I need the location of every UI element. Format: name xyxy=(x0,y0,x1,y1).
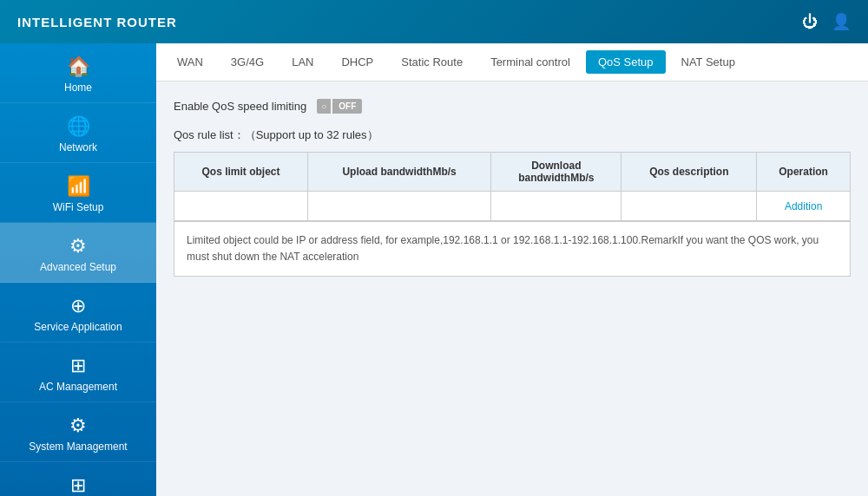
power-icon[interactable]: ⏻ xyxy=(802,13,818,31)
topbar: INTELLIGENT ROUTER ⏻ 👤 xyxy=(0,0,868,43)
home-icon: 🏠 xyxy=(67,55,90,78)
col-header-operation: Operation xyxy=(757,153,851,192)
advanced-icon: ⚙ xyxy=(69,235,87,258)
table-header-row: Qos limit object Upload bandwidthMb/s Do… xyxy=(174,153,851,192)
sidebar-item-ac-management[interactable]: ⊞ AC Management xyxy=(0,343,156,402)
tab-wan[interactable]: WAN xyxy=(165,50,215,74)
enable-qos-label: Enable QoS speed limiting xyxy=(174,100,306,113)
sidebar-label-service: Service Application xyxy=(34,321,122,333)
sidebar-label-wifi: WiFi Setup xyxy=(53,201,104,213)
cell-download xyxy=(491,192,621,221)
tab-3g4g[interactable]: 3G/4G xyxy=(219,50,276,74)
toggle-off-part: ○ xyxy=(317,99,331,114)
sidebar-label-advanced: Advanced Setup xyxy=(40,261,116,273)
sidebar-label-sysmgmt: System Management xyxy=(29,441,127,453)
cell-description xyxy=(621,192,757,221)
sidebar-item-wifi-setup[interactable]: 📶 WiFi Setup xyxy=(0,163,156,223)
remark-text: Limited object could be IP or address fi… xyxy=(187,234,819,263)
content-area: WAN 3G/4G LAN DHCP Static Route Terminal… xyxy=(156,43,868,496)
remark-box: Limited object could be IP or address fi… xyxy=(174,221,851,277)
sidebar-item-system-tools[interactable]: ⊞ System Tools xyxy=(0,462,156,496)
sysmgmt-icon: ⚙ xyxy=(69,414,87,437)
sidebar-item-service-application[interactable]: ⊕ Service Application xyxy=(0,283,156,343)
main-layout: 🏠 Home 🌐 Network 📶 WiFi Setup ⚙ Advanced… xyxy=(0,43,868,496)
table-row: Addition xyxy=(174,192,851,221)
tab-nat-setup[interactable]: NAT Setup xyxy=(669,50,747,74)
topbar-icons: ⏻ 👤 xyxy=(802,12,851,31)
sidebar-item-system-management[interactable]: ⚙ System Management xyxy=(0,402,156,462)
cell-operation: Addition xyxy=(757,192,851,221)
tab-bar: WAN 3G/4G LAN DHCP Static Route Terminal… xyxy=(156,43,868,82)
service-icon: ⊕ xyxy=(70,295,86,317)
network-icon: 🌐 xyxy=(67,115,90,138)
addition-link[interactable]: Addition xyxy=(785,200,822,212)
tab-lan[interactable]: LAN xyxy=(279,50,326,74)
sidebar-label-ac: AC Management xyxy=(39,381,117,393)
col-header-upload: Upload bandwidthMb/s xyxy=(307,153,490,192)
tab-dhcp[interactable]: DHCP xyxy=(329,50,385,74)
wifi-icon: 📶 xyxy=(67,175,90,198)
qos-rule-info: Qos rule list：（Support up to 32 rules） xyxy=(174,127,851,143)
tab-terminal-control[interactable]: Terminal control xyxy=(478,50,582,74)
sidebar-item-advanced-setup[interactable]: ⚙ Advanced Setup xyxy=(0,223,156,283)
sidebar: 🏠 Home 🌐 Network 📶 WiFi Setup ⚙ Advanced… xyxy=(0,43,156,496)
col-header-download: DownloadbandwidthMb/s xyxy=(491,153,621,192)
user-icon[interactable]: 👤 xyxy=(832,12,851,31)
app-title: INTELLIGENT ROUTER xyxy=(17,15,177,29)
sidebar-item-network[interactable]: 🌐 Network xyxy=(0,103,156,163)
sidebar-label-network: Network xyxy=(59,141,97,153)
qos-table: Qos limit object Upload bandwidthMb/s Do… xyxy=(174,152,851,221)
toggle-off-label: OFF xyxy=(332,99,362,114)
col-header-description: Qos description xyxy=(621,153,757,192)
cell-limit-object xyxy=(174,192,308,221)
sidebar-label-home: Home xyxy=(64,82,92,94)
content-body: Enable QoS speed limiting ○ OFF Qos rule… xyxy=(156,82,868,496)
cell-upload xyxy=(307,192,490,221)
tab-qos-setup[interactable]: QoS Setup xyxy=(586,50,666,74)
sidebar-item-home[interactable]: 🏠 Home xyxy=(0,43,156,103)
qos-toggle[interactable]: ○ OFF xyxy=(317,99,362,114)
enable-qos-row: Enable QoS speed limiting ○ OFF xyxy=(174,99,851,114)
tab-static-route[interactable]: Static Route xyxy=(389,50,475,74)
col-header-limit-object: Qos limit object xyxy=(174,153,308,192)
systools-icon: ⊞ xyxy=(70,474,86,496)
ac-icon: ⊞ xyxy=(70,355,86,377)
